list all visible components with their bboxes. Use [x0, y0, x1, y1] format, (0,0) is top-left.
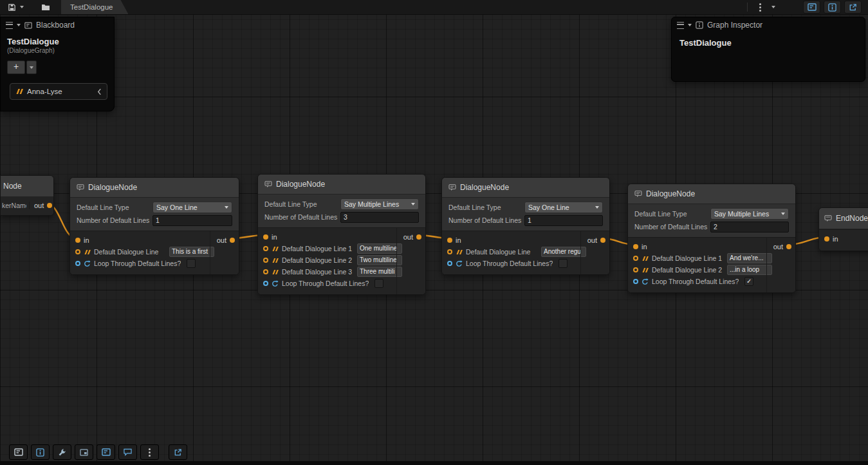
in-port-dot[interactable]: [447, 238, 452, 243]
num-lines-input[interactable]: 1: [524, 215, 603, 226]
toggle-inspector-button[interactable]: [824, 1, 841, 14]
blackboard-icon: [24, 22, 32, 29]
out-port-dot[interactable]: [786, 244, 791, 249]
graph-tab[interactable]: TestDialogue: [61, 0, 128, 14]
loop-checkbox[interactable]: [374, 279, 383, 288]
toolbar-separator: [747, 3, 748, 12]
dialogue-line-input[interactable]: Another regu: [541, 247, 586, 257]
open-asset-button[interactable]: [39, 1, 52, 13]
node-title-bar[interactable]: DialogueNode: [628, 184, 795, 204]
in-port-dot[interactable]: [75, 238, 80, 243]
add-variable-dropdown-button[interactable]: [26, 61, 37, 74]
save-options-button[interactable]: [18, 1, 25, 13]
in-port[interactable]: in: [70, 234, 239, 246]
more-options-button[interactable]: [753, 1, 766, 13]
dialogue-line-port-dot[interactable]: [447, 249, 452, 254]
add-variable-button[interactable]: +: [7, 61, 25, 74]
quote-icon: [15, 88, 23, 95]
field-name: Anna-Lyse: [27, 88, 62, 95]
dialogue-line-port-dot[interactable]: [263, 246, 268, 251]
num-lines-input[interactable]: 3: [340, 212, 419, 223]
line-type-dropdown[interactable]: Say Multiple Lines: [710, 208, 789, 220]
graph-canvas[interactable]: Node kerName out DialogueNode Default Li…: [0, 0, 868, 465]
dialogue-line-port-dot[interactable]: [75, 249, 80, 254]
blackboard-field-anna-lyse[interactable]: Anna-Lyse: [10, 83, 107, 100]
dialogue-line-input[interactable]: And we're...: [727, 253, 772, 263]
out-port-dot[interactable]: [230, 238, 235, 243]
loop-port-dot[interactable]: [75, 261, 80, 266]
in-port[interactable]: in: [628, 241, 795, 252]
quote-icon: [272, 246, 279, 252]
chevron-left-icon[interactable]: [97, 88, 102, 95]
out-port[interactable]: out: [587, 234, 605, 246]
dialogue-node-2[interactable]: DialogueNode Default Line Type Say Multi…: [257, 174, 426, 295]
dialogue-line-input[interactable]: This is a first: [169, 247, 214, 257]
out-port-dot[interactable]: [416, 234, 421, 240]
loop-port-dot[interactable]: [263, 281, 268, 286]
node-title-bar[interactable]: Node: [1, 176, 53, 197]
end-node[interactable]: EndNode in: [818, 207, 868, 251]
node-title-bar[interactable]: DialogueNode: [258, 175, 425, 195]
speaker-name-out-port[interactable]: kerName out: [1, 197, 53, 215]
line-type-dropdown[interactable]: Say One Line: [524, 202, 603, 213]
dialogue-node-3[interactable]: DialogueNode Default Line Type Say One L…: [441, 177, 610, 275]
node-title-bar[interactable]: DialogueNode: [442, 178, 609, 198]
loop-port-dot[interactable]: [447, 261, 452, 266]
out-port[interactable]: out: [773, 241, 791, 252]
dialogue-node-4[interactable]: DialogueNode Default Line Type Say Multi…: [627, 184, 796, 293]
chevron-down-icon[interactable]: [688, 24, 692, 26]
out-port-dot[interactable]: [47, 203, 52, 208]
chevron-down-icon: [20, 6, 24, 8]
minimap-toggle-button[interactable]: [75, 444, 93, 460]
dialogue-line-input[interactable]: One multiline: [357, 243, 402, 254]
menu-icon[interactable]: [6, 22, 13, 29]
dialogue-line-port-dot[interactable]: [633, 267, 638, 272]
in-port-dot[interactable]: [263, 234, 268, 240]
blackboard-toggle-button[interactable]: [9, 444, 28, 460]
out-port-dot[interactable]: [600, 238, 605, 243]
dialogue-line-port-dot[interactable]: [263, 258, 268, 263]
graph-inspector-header[interactable]: Graph Inspector: [672, 17, 865, 33]
toggle-preview-button[interactable]: [844, 1, 862, 14]
more-options-dropdown-button[interactable]: [770, 1, 777, 13]
open-in-window-button[interactable]: [169, 444, 187, 460]
line-type-dropdown[interactable]: Say One Line: [152, 202, 232, 213]
in-port-dot[interactable]: [633, 244, 638, 249]
save-button[interactable]: [5, 1, 18, 13]
chevron-down-icon: [30, 66, 33, 69]
loop-icon: [84, 260, 91, 267]
dialogue-line-port-dot[interactable]: [263, 269, 268, 274]
variables-panel-button[interactable]: [97, 444, 115, 460]
line-type-dropdown[interactable]: Say Multiple Lines: [340, 198, 419, 210]
out-port[interactable]: out: [403, 231, 421, 243]
dialogue-line-label: Default Dialogue Line 1: [652, 254, 724, 262]
loop-checkbox[interactable]: [559, 259, 568, 268]
menu-icon[interactable]: [677, 22, 684, 29]
dialogue-line-port-dot[interactable]: [633, 256, 638, 261]
settings-button[interactable]: [53, 444, 71, 460]
quote-icon: [272, 258, 279, 263]
node-title-bar[interactable]: DialogueNode: [70, 178, 239, 198]
loop-port-dot[interactable]: [633, 279, 638, 284]
dialogue-preview-button[interactable]: [118, 444, 137, 460]
graph-inspector-toggle-button[interactable]: [31, 444, 50, 460]
loop-checkbox[interactable]: ✓: [744, 277, 753, 286]
in-port[interactable]: in: [819, 233, 868, 245]
chevron-down-icon[interactable]: [17, 24, 21, 26]
blackboard-header[interactable]: Blackboard: [1, 17, 114, 33]
overflow-menu-button[interactable]: [140, 444, 159, 460]
loop-checkbox[interactable]: [187, 259, 196, 268]
start-node-partial[interactable]: Node kerName out: [0, 175, 54, 216]
toggle-blackboard-button[interactable]: [803, 1, 820, 14]
node-title-bar[interactable]: EndNode: [819, 208, 868, 229]
in-port[interactable]: in: [442, 234, 609, 246]
dialogue-line-input[interactable]: Two multiline: [357, 255, 402, 265]
in-port-dot[interactable]: [824, 236, 829, 242]
dialogue-line-input[interactable]: Three multili: [357, 267, 402, 277]
num-lines-input[interactable]: 2: [710, 222, 789, 232]
num-lines-input[interactable]: 1: [152, 215, 232, 226]
out-port[interactable]: out: [217, 234, 235, 246]
dialogue-node-1[interactable]: DialogueNode Default Line Type Say One L…: [69, 177, 239, 275]
in-port[interactable]: in: [258, 231, 425, 243]
dialogue-line-input[interactable]: ...in a loop: [727, 265, 772, 275]
